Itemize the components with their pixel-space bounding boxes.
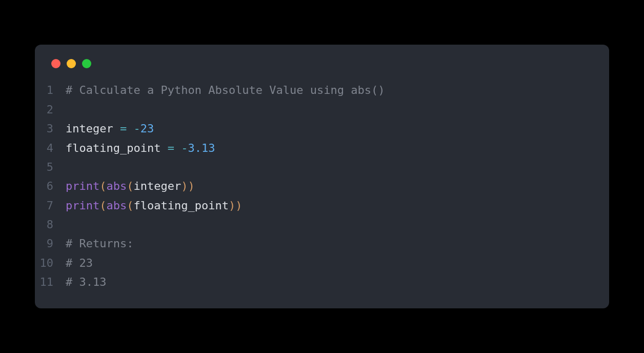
code-token: 3.13	[188, 142, 215, 154]
code-token: integer	[66, 122, 120, 135]
code-token: ))	[181, 180, 195, 192]
line-content[interactable]	[66, 215, 72, 234]
code-line[interactable]: 9# Returns:	[35, 234, 609, 253]
line-number: 1	[35, 81, 66, 100]
code-token: # Returns:	[66, 237, 133, 250]
code-token: =	[168, 142, 174, 154]
code-line[interactable]: 3integer = -23	[35, 119, 609, 138]
code-line[interactable]: 2	[35, 100, 609, 119]
code-token: floating_point	[133, 199, 228, 212]
maximize-icon[interactable]	[82, 59, 91, 68]
code-line[interactable]: 1# Calculate a Python Absolute Value usi…	[35, 81, 609, 100]
code-line[interactable]: 6print(abs(integer))	[35, 176, 609, 195]
code-token: -	[133, 122, 140, 135]
code-line[interactable]: 4floating_point = -3.13	[35, 139, 609, 158]
code-token: 23	[140, 122, 154, 135]
code-token: abs	[106, 199, 127, 212]
code-editor-window: 1# Calculate a Python Absolute Value usi…	[35, 45, 609, 308]
code-token: # 3.13	[66, 276, 106, 288]
code-line[interactable]: 11# 3.13	[35, 272, 609, 291]
line-content[interactable]: print(abs(integer))	[66, 176, 195, 195]
line-content[interactable]: # 23	[66, 253, 93, 272]
code-token	[174, 142, 181, 154]
code-token: # Calculate a Python Absolute Value usin…	[66, 84, 385, 96]
line-number: 4	[35, 139, 66, 158]
line-number: 11	[35, 272, 66, 291]
code-area[interactable]: 1# Calculate a Python Absolute Value usi…	[35, 81, 609, 291]
line-number: 2	[35, 100, 66, 119]
line-content[interactable]: floating_point = -3.13	[66, 139, 215, 158]
code-line[interactable]: 10# 23	[35, 253, 609, 272]
line-content[interactable]: # Returns:	[66, 234, 133, 253]
close-icon[interactable]	[51, 59, 61, 68]
code-token: (	[127, 180, 133, 192]
line-content[interactable]: print(abs(floating_point))	[66, 196, 242, 215]
window-controls	[35, 59, 609, 81]
code-token: ))	[229, 199, 243, 212]
code-token: # 23	[66, 257, 93, 269]
line-content[interactable]: # Calculate a Python Absolute Value usin…	[66, 81, 385, 100]
line-content[interactable]	[66, 100, 72, 119]
line-number: 7	[35, 196, 66, 215]
code-token: print	[66, 180, 99, 192]
line-number: 3	[35, 119, 66, 138]
code-line[interactable]: 7print(abs(floating_point))	[35, 196, 609, 215]
line-number: 10	[35, 253, 66, 272]
line-number: 6	[35, 176, 66, 195]
code-line[interactable]: 8	[35, 215, 609, 234]
code-token: (	[99, 199, 106, 212]
line-content[interactable]: # 3.13	[66, 272, 106, 291]
line-number: 8	[35, 215, 66, 234]
code-token: =	[120, 122, 127, 135]
code-token: print	[66, 199, 99, 212]
line-number: 5	[35, 158, 66, 176]
code-token: (	[99, 180, 106, 192]
line-number: 9	[35, 234, 66, 253]
line-content[interactable]: integer = -23	[66, 119, 154, 138]
code-token: integer	[133, 180, 181, 192]
code-token: -	[181, 142, 188, 154]
code-token	[127, 122, 133, 135]
code-line[interactable]: 5	[35, 158, 609, 176]
line-content[interactable]	[66, 158, 72, 176]
code-token: floating_point	[66, 142, 168, 154]
code-token: abs	[106, 180, 127, 192]
minimize-icon[interactable]	[67, 59, 76, 68]
code-token: (	[127, 199, 133, 212]
